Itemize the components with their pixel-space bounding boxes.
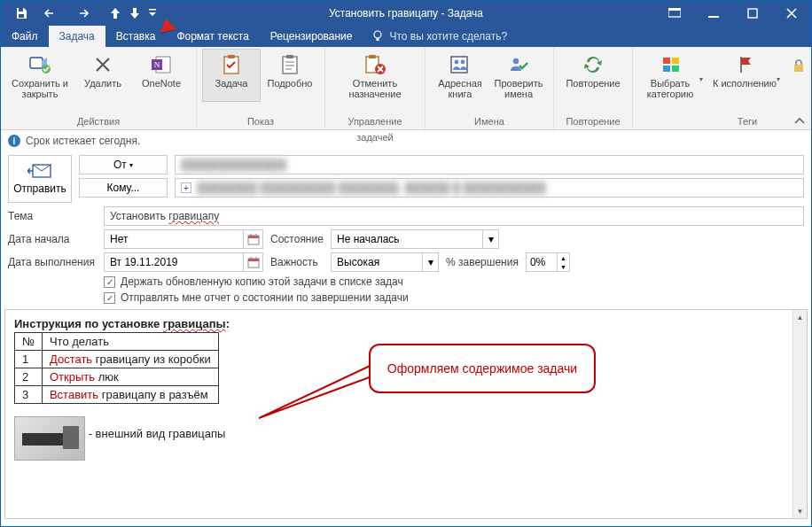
tab-file[interactable]: Файл xyxy=(1,26,49,47)
priority-combo[interactable]: Высокая▾ xyxy=(331,252,439,272)
svg-rect-42 xyxy=(248,259,259,261)
percent-complete-label: % завершения xyxy=(446,256,519,268)
ribbon-display-icon[interactable] xyxy=(655,1,694,26)
due-date-input[interactable]: Вт 19.11.2019 xyxy=(104,252,263,272)
calendar-icon[interactable] xyxy=(243,230,262,248)
qat-down-icon[interactable] xyxy=(125,1,144,26)
task-clipboard-icon xyxy=(220,53,243,76)
onenote-icon: N xyxy=(150,53,173,76)
show-details-button[interactable]: Подробно xyxy=(261,49,319,102)
start-date-input[interactable]: Нет xyxy=(104,229,263,249)
vertical-scrollbar[interactable]: ▲ ▼ xyxy=(792,310,807,518)
status-combo[interactable]: Не началась▾ xyxy=(331,229,499,249)
table-row: 3Вставить гравицапу в разъём xyxy=(15,386,219,404)
send-label: Отправить xyxy=(13,182,66,195)
lightbulb-icon xyxy=(371,30,384,43)
send-button[interactable]: Отправить xyxy=(8,155,72,203)
svg-rect-24 xyxy=(451,57,467,73)
private-button[interactable] xyxy=(787,49,810,74)
minimize-button[interactable] xyxy=(694,1,733,26)
subject-input[interactable]: Установить гравицапу xyxy=(104,206,804,226)
categorize-button[interactable]: Выбрать категорию▾ xyxy=(638,49,706,102)
maximize-button[interactable] xyxy=(733,1,772,26)
tab-format-text[interactable]: Формат текста xyxy=(166,26,259,47)
chevron-down-icon[interactable]: ▾ xyxy=(422,253,438,271)
check-names-button[interactable]: Проверить имена xyxy=(489,49,548,102)
address-book-button[interactable]: Адресная книга xyxy=(431,49,489,102)
scroll-down-icon[interactable]: ▼ xyxy=(793,504,808,518)
priority-label: Важность xyxy=(270,256,324,268)
group-actions-label: Действия xyxy=(6,113,191,129)
tab-review[interactable]: Рецензирование xyxy=(260,26,363,47)
onenote-button[interactable]: N OneNote xyxy=(132,49,191,102)
cancel-assignment-button[interactable]: Отменить назначение xyxy=(331,49,419,102)
qat-save-icon[interactable] xyxy=(6,1,36,26)
close-button[interactable] xyxy=(772,1,811,26)
recurrence-button[interactable]: Повторение xyxy=(559,49,627,102)
address-book-icon xyxy=(449,53,472,76)
svg-point-7 xyxy=(374,31,381,38)
svg-rect-22 xyxy=(369,55,376,58)
save-close-icon xyxy=(28,53,51,76)
delete-button[interactable]: Удалить xyxy=(74,49,132,102)
save-and-close-button[interactable]: Сохранить и закрыть xyxy=(6,49,74,102)
svg-rect-29 xyxy=(672,58,679,64)
group-tags-label: Теги xyxy=(638,113,812,129)
show-task-button[interactable]: Задача xyxy=(202,49,261,102)
qat-customize-icon[interactable] xyxy=(144,1,160,26)
qat-up-icon[interactable] xyxy=(105,1,125,26)
svg-rect-38 xyxy=(248,236,259,238)
svg-rect-33 xyxy=(794,65,803,72)
send-status-label: Отправлять мне отчет о состоянии по заве… xyxy=(121,291,409,304)
status-label: Состояние xyxy=(270,233,324,245)
collapse-ribbon-icon[interactable] xyxy=(792,113,808,128)
info-icon: i xyxy=(8,135,20,147)
keep-updated-checkbox[interactable]: ✓ xyxy=(104,276,115,288)
recurrence-icon xyxy=(582,53,605,76)
ribbon: Сохранить и закрыть Удалить N OneNote Де… xyxy=(1,47,811,130)
info-bar: i Срок истекает сегодня. xyxy=(1,130,811,151)
svg-rect-5 xyxy=(708,16,719,18)
svg-rect-0 xyxy=(19,8,23,12)
follow-up-button[interactable]: К исполнению▾ xyxy=(706,49,787,102)
svg-point-27 xyxy=(513,58,519,64)
send-status-checkbox[interactable]: ✓ xyxy=(104,292,115,304)
send-icon xyxy=(27,163,52,179)
tell-me-search[interactable]: Что вы хотите сделать? xyxy=(363,26,516,47)
lock-icon xyxy=(787,58,810,73)
svg-rect-9 xyxy=(30,58,43,68)
instruction-table: №Что делать 1Достать гравицапу из коробк… xyxy=(14,332,219,404)
svg-rect-6 xyxy=(748,9,757,18)
tab-insert[interactable]: Вставка xyxy=(105,26,167,47)
image-caption: - внешний вид гравицапы xyxy=(89,427,226,440)
from-field[interactable]: ██████████████ xyxy=(175,155,804,174)
svg-rect-15 xyxy=(228,55,235,58)
details-clipboard-icon xyxy=(278,53,301,76)
to-button[interactable]: Кому... xyxy=(79,178,168,198)
task-body-editor[interactable]: Инструкция по установке гравицапы: №Что … xyxy=(5,310,792,518)
from-button[interactable]: От ▾ xyxy=(79,155,168,174)
to-field[interactable]: + ████████ ██████████ ████████, ██████ █… xyxy=(175,178,804,198)
group-manage-label: Управление задачей xyxy=(331,113,419,129)
chevron-down-icon[interactable]: ▾ xyxy=(482,230,498,248)
delete-icon xyxy=(91,53,114,76)
percent-complete-input[interactable]: 0% ▲▼ xyxy=(526,252,570,272)
calendar-icon[interactable] xyxy=(243,253,262,271)
tell-me-placeholder: Что вы хотите сделать? xyxy=(389,30,507,43)
scroll-up-icon[interactable]: ▲ xyxy=(793,310,808,324)
cancel-assign-icon xyxy=(363,53,386,76)
svg-point-25 xyxy=(455,60,459,65)
flag-icon xyxy=(735,53,758,76)
qat-redo-icon[interactable] xyxy=(66,1,97,26)
svg-rect-2 xyxy=(149,9,156,11)
recipient-expand-icon[interactable]: + xyxy=(181,182,191,193)
svg-rect-4 xyxy=(668,8,681,11)
tab-task[interactable]: Задача xyxy=(49,26,105,47)
categorize-icon xyxy=(660,53,683,76)
svg-rect-30 xyxy=(663,66,670,72)
svg-rect-1 xyxy=(19,14,24,18)
qat-undo-icon[interactable] xyxy=(36,1,66,26)
body-heading: Инструкция по установке гравицапы: xyxy=(14,317,784,330)
spin-up-icon[interactable]: ▲ xyxy=(558,253,569,262)
spin-down-icon[interactable]: ▼ xyxy=(558,262,569,271)
